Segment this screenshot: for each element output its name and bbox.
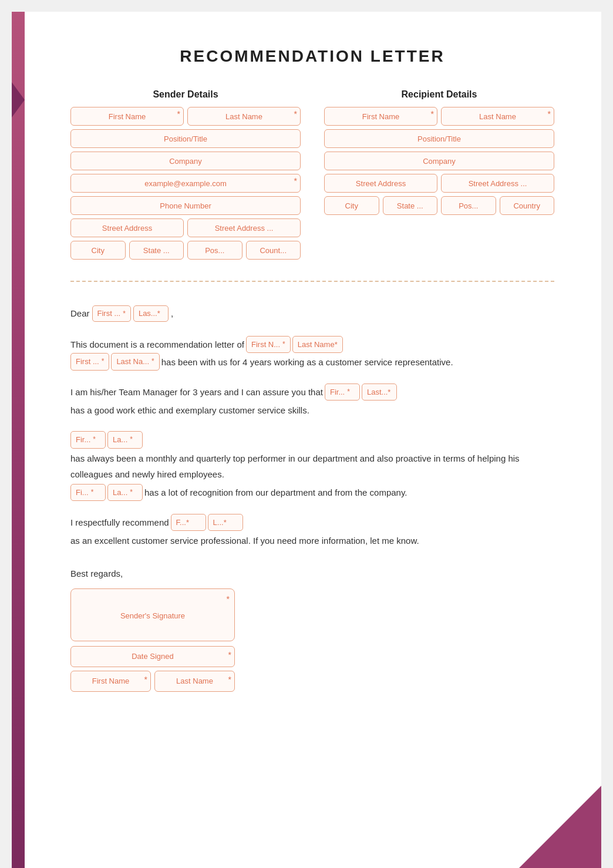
sender-signature-field[interactable]: Sender's Signature * (70, 588, 235, 641)
required-star: * (294, 176, 297, 186)
bottom-right-decoration (507, 786, 601, 868)
recipient-street1-field[interactable]: Street Address (324, 174, 437, 193)
required-star: * (177, 109, 180, 119)
page-container: RECOMMENDATION LETTER Sender Details Fir… (12, 12, 601, 868)
page-title: RECOMMENDATION LETTER (70, 47, 554, 66)
date-signed-field[interactable]: Date Signed * (70, 646, 235, 667)
sender-last-name-field[interactable]: Last Name * (187, 107, 301, 126)
paragraph-2: I am his/her Team Manager for 3 years an… (70, 383, 554, 418)
para3-first-name2-field[interactable]: Fi... * (70, 484, 106, 501)
recipient-heading: Recipient Details (324, 89, 554, 100)
left-decorative-bar (12, 12, 25, 868)
para3-last-name1-field[interactable]: La... * (107, 431, 143, 448)
sender-company-row: Company (70, 152, 301, 170)
required-star: * (93, 433, 96, 446)
sender-street-row: Street Address Street Address ... (70, 218, 301, 237)
dear-line: Dear First ... * Las...* , (70, 305, 554, 322)
sender-country-field[interactable]: Count... (246, 241, 301, 260)
required-star: * (130, 486, 133, 499)
para3-text-mid: has always been a monthly and quarterly … (70, 450, 554, 482)
sender-street1-field[interactable]: Street Address (70, 218, 184, 237)
required-star: * (102, 355, 105, 368)
recipient-postal-field[interactable]: Pos... (441, 196, 496, 215)
para1-text-after: has been with us for 4 years working as … (161, 354, 453, 370)
dear-first-name-field[interactable]: First ... * (92, 305, 131, 322)
sender-details-column: Sender Details First Name * Last Name * … (70, 89, 301, 263)
required-star: * (123, 308, 126, 319)
sender-email-row: example@example.com * (70, 174, 301, 193)
sender-location-row: City State ... Pos... Count... (70, 241, 301, 260)
recipient-city-field[interactable]: City (324, 196, 379, 215)
para2-text-after: has a good work ethic and exemplary cust… (70, 402, 309, 418)
sender-state-field[interactable]: State ... (129, 241, 184, 260)
para1-first-name-field[interactable]: First N... * (246, 336, 291, 353)
signature-last-name-field[interactable]: Last Name * (154, 671, 235, 692)
sender-phone-field[interactable]: Phone Number (70, 196, 301, 215)
recipient-street-row: Street Address Street Address ... (324, 174, 554, 193)
sender-postal-field[interactable]: Pos... (187, 241, 242, 260)
paragraph-1: This document is a recommendation letter… (70, 336, 554, 371)
sender-heading: Sender Details (70, 89, 301, 100)
dear-label: Dear (70, 306, 90, 321)
best-regards-label: Best regards, (70, 566, 554, 581)
required-star: * (228, 648, 231, 662)
paragraph-4: I respectfully recommend F...* L...* as … (70, 514, 554, 549)
required-star: * (282, 338, 285, 351)
required-star: * (431, 109, 434, 119)
required-star: * (228, 673, 231, 687)
recipient-location-row: City State ... Pos... Country (324, 196, 554, 215)
para2-first-name-field[interactable]: Fir... * (325, 383, 360, 401)
para1-last-name2-field[interactable]: Last Na... * (111, 353, 159, 370)
para4-first-name-field[interactable]: F...* (171, 514, 206, 531)
para2-text-before: I am his/her Team Manager for 3 years an… (70, 384, 323, 400)
required-star: * (91, 486, 94, 499)
para4-text-after: as an excellent customer service profess… (70, 533, 419, 549)
recipient-details-column: Recipient Details First Name * Last Name… (324, 89, 554, 263)
sender-first-name-field[interactable]: First Name * (70, 107, 184, 126)
para1-last-name-field[interactable]: Last Name* (292, 336, 343, 353)
required-star: * (151, 355, 154, 368)
recipient-company-field[interactable]: Company (324, 152, 554, 170)
para1-line2: First ... * Last Na... * has been with u… (70, 353, 554, 370)
recipient-name-row: First Name * Last Name * (324, 107, 554, 126)
sender-position-row: Position/Title (70, 129, 301, 148)
para3-last-name2-field[interactable]: La... * (107, 484, 143, 501)
para4-last-name-field[interactable]: L...* (208, 514, 243, 531)
para1-text-before: This document is a recommendation letter… (70, 337, 244, 352)
sender-city-field[interactable]: City (70, 241, 126, 260)
dear-last-name-field[interactable]: Las...* (133, 305, 169, 322)
required-star: * (144, 673, 147, 687)
recipient-state-field[interactable]: State ... (383, 196, 438, 215)
signature-name-row: First Name * Last Name * (70, 671, 235, 692)
signature-section: Best regards, Sender's Signature * Date … (70, 566, 554, 692)
recipient-country-field[interactable]: Country (500, 196, 555, 215)
recipient-position-row: Position/Title (324, 129, 554, 148)
para3-text-after: has a lot of recognition from our depart… (144, 485, 407, 500)
recipient-street2-field[interactable]: Street Address ... (441, 174, 554, 193)
dear-comma: , (171, 306, 173, 321)
required-star: * (227, 593, 230, 607)
sender-email-field[interactable]: example@example.com * (70, 174, 301, 193)
para1-first-name2-field[interactable]: First ... * (70, 353, 109, 370)
recipient-position-field[interactable]: Position/Title (324, 129, 554, 148)
details-section: Sender Details First Name * Last Name * … (70, 89, 554, 282)
para4-text-before: I respectfully recommend (70, 514, 169, 530)
sender-position-field[interactable]: Position/Title (70, 129, 301, 148)
sender-street2-field[interactable]: Street Address ... (187, 218, 301, 237)
sender-phone-row: Phone Number (70, 196, 301, 215)
required-star: * (347, 386, 350, 399)
required-star: * (130, 433, 133, 446)
para2-line: I am his/her Team Manager for 3 years an… (70, 383, 554, 418)
para3-first-name1-field[interactable]: Fir... * (70, 431, 106, 448)
required-star: * (294, 109, 297, 119)
sender-name-row: First Name * Last Name * (70, 107, 301, 126)
para1-line1: This document is a recommendation letter… (70, 336, 554, 353)
top-left-decoration (12, 82, 25, 117)
signature-first-name-field[interactable]: First Name * (70, 671, 151, 692)
sender-company-field[interactable]: Company (70, 152, 301, 170)
para4-line: I respectfully recommend F...* L...* as … (70, 514, 554, 549)
para2-last-name-field[interactable]: Last...* (362, 383, 397, 401)
letter-body: Dear First ... * Las...* , This document… (70, 305, 554, 692)
recipient-last-name-field[interactable]: Last Name * (441, 107, 554, 126)
recipient-first-name-field[interactable]: First Name * (324, 107, 437, 126)
